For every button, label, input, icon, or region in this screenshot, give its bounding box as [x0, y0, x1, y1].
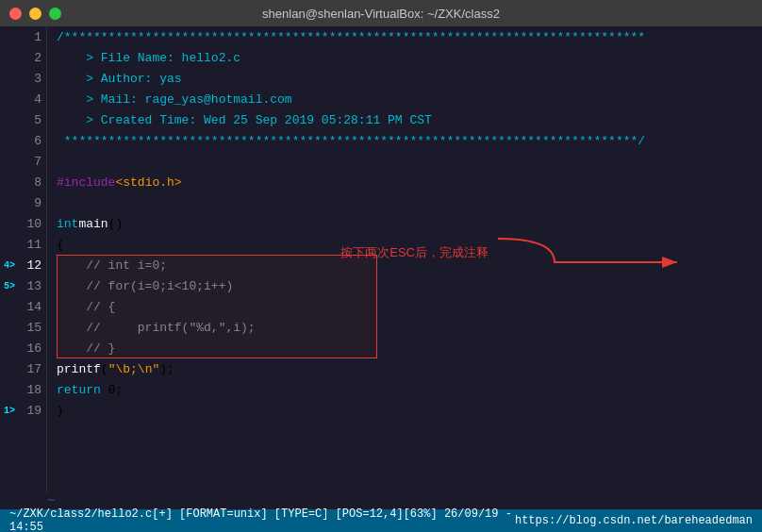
editor-area: 4>5>1> 12345678910111213141516171819 /**… — [0, 26, 762, 492]
code-line: } — [57, 400, 762, 421]
code-line — [57, 192, 762, 213]
line-number: 6 — [19, 130, 41, 151]
line-number: 17 — [19, 358, 41, 379]
line-number: 16 — [19, 338, 41, 358]
code-line: printf("\b;\n"); — [57, 358, 762, 379]
gutter-marker — [0, 109, 19, 130]
line-number: 3 — [19, 68, 41, 89]
line-number: 5 — [19, 109, 41, 130]
code-line: ****************************************… — [57, 130, 762, 151]
code-line: // printf("%d,",i); — [57, 317, 762, 338]
gutter-marker — [0, 338, 19, 358]
window-title: shenlan@shenlan-VirtualBox: ~/ZXK/class2 — [262, 7, 500, 21]
code-line: // for(i=0;i<10;i++) — [57, 275, 762, 296]
gutter-marker — [0, 213, 19, 234]
gutter-marker — [0, 192, 19, 213]
gutter-markers: 4>5>1> — [0, 26, 19, 492]
line-number: 12 — [19, 255, 41, 275]
line-number: 8 — [19, 172, 41, 192]
gutter-marker — [0, 296, 19, 317]
titlebar: shenlan@shenlan-VirtualBox: ~/ZXK/class2 — [0, 0, 762, 26]
gutter-marker — [0, 172, 19, 192]
statusbar-left: ~/ZXK/class2/hello2.c[+] [FORMAT=unix] [… — [9, 507, 515, 532]
code-line: > File Name: hello2.c — [57, 47, 762, 68]
gutter-marker: 1> — [0, 400, 19, 421]
line-number: 14 — [19, 296, 41, 317]
line-number: 9 — [19, 192, 41, 213]
statusbar-right: https://blog.csdn.net/bareheadedman — [515, 514, 753, 527]
gutter-marker — [0, 130, 19, 151]
line-number: 18 — [19, 379, 41, 400]
gutter-marker: 5> — [0, 275, 19, 296]
code-line: #include<stdio.h> — [57, 172, 762, 192]
code-line: { — [57, 234, 762, 255]
gutter-marker — [0, 26, 19, 47]
gutter-marker: 4> — [0, 255, 19, 275]
line-number: 15 — [19, 317, 41, 338]
gutter-marker — [0, 234, 19, 255]
maximize-button[interactable] — [49, 8, 61, 20]
line-number: 4 — [19, 89, 41, 109]
statusbar: ~/ZXK/class2/hello2.c[+] [FORMAT=unix] [… — [0, 509, 762, 532]
code-line: > Created Time: Wed 25 Sep 2019 05:28:11… — [57, 109, 762, 130]
code-line: return 0; — [57, 379, 762, 400]
code-line: // { — [57, 296, 762, 317]
line-number: 1 — [19, 26, 41, 47]
line-number: 19 — [19, 400, 41, 421]
minimize-button[interactable] — [29, 8, 41, 20]
code-line: // } — [57, 338, 762, 358]
gutter-marker — [0, 317, 19, 338]
tilde-char: ~ — [47, 493, 55, 508]
code-line: /***************************************… — [57, 26, 762, 47]
gutter-marker — [0, 68, 19, 89]
code-content[interactable]: /***************************************… — [47, 26, 762, 492]
gutter-marker — [0, 358, 19, 379]
line-number: 7 — [19, 151, 41, 172]
gutter-marker — [0, 47, 19, 68]
line-number: 13 — [19, 275, 41, 296]
gutter-marker — [0, 379, 19, 400]
code-line — [57, 151, 762, 172]
code-line: > Mail: rage_yas@hotmail.com — [57, 89, 762, 109]
code-line: // int i=0; — [57, 255, 762, 275]
line-number: 11 — [19, 234, 41, 255]
line-number: 2 — [19, 47, 41, 68]
code-line: > Author: yas — [57, 68, 762, 89]
line-numbers: 12345678910111213141516171819 — [19, 26, 47, 492]
line-number: 10 — [19, 213, 41, 234]
close-button[interactable] — [9, 8, 22, 20]
code-line: int main() — [57, 213, 762, 234]
gutter-marker — [0, 151, 19, 172]
gutter-marker — [0, 89, 19, 109]
